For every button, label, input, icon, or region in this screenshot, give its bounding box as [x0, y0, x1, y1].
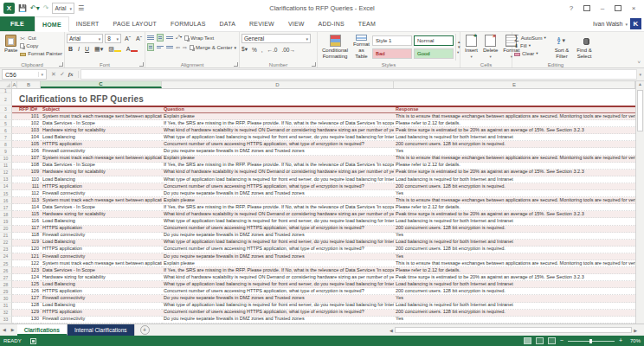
restore-icon[interactable]	[611, 3, 625, 15]
row-header-8[interactable]: 8	[0, 141, 12, 148]
undo-icon[interactable]: ↶▾	[30, 3, 40, 14]
cell-question[interactable]: If Yes, the SRS are missing in the RFP. …	[162, 120, 394, 127]
grow-font-icon[interactable]: Aˆ	[123, 35, 132, 43]
expand-formula-bar-icon[interactable]: ▾	[639, 72, 644, 77]
cell-rfp-id[interactable]: 103	[17, 127, 41, 134]
increase-decimal-icon[interactable]: ←.0	[267, 47, 277, 53]
cell-question[interactable]: Concurrent number of users accessing HTT…	[162, 226, 394, 233]
row-header-24[interactable]: 24	[0, 253, 12, 260]
row-header-30[interactable]: 30	[0, 295, 12, 302]
decrease-indent-icon[interactable]: ⇦	[176, 44, 180, 50]
cell-subject[interactable]: HTTPS application	[41, 310, 162, 317]
cell-subject[interactable]: Firewall connectivity	[41, 233, 162, 240]
ribbon-tab-home[interactable]: HOME	[35, 16, 69, 32]
cell-question[interactable]: What type of application load balancing …	[162, 134, 394, 141]
cell-subject[interactable]: Firewall connectivity	[41, 253, 162, 260]
cell-subject[interactable]: HTTPS application	[41, 247, 162, 253]
row-header-14[interactable]: 14	[0, 183, 12, 190]
table-header-rfp-id-[interactable]: RFP ID#	[12, 106, 41, 113]
row-header-9[interactable]: 9	[0, 148, 12, 155]
format-as-table-button[interactable]: Format as Table	[351, 34, 372, 61]
align-right-icon[interactable]	[166, 45, 173, 49]
horizontal-scroll-thumb[interactable]	[395, 327, 632, 333]
zoom-out-icon[interactable]: −	[560, 337, 564, 344]
cell-question[interactable]: What type of application load balancing …	[162, 303, 394, 310]
alignment-dialog-launcher-icon[interactable]	[234, 62, 238, 67]
enter-icon[interactable]: ✓	[60, 71, 65, 78]
cell-subject[interactable]: Data Services - In Scope	[41, 120, 162, 127]
column-header-E[interactable]: E	[394, 81, 635, 88]
row-header-13[interactable]: 13	[0, 176, 12, 183]
macro-record-icon[interactable]	[30, 338, 36, 344]
cell-subject[interactable]: HTTPS application	[41, 288, 162, 295]
row-header-15[interactable]: 15	[0, 190, 12, 197]
accounting-format-icon[interactable]: $▾	[242, 46, 248, 53]
row-header-16[interactable]: 16	[0, 197, 12, 204]
minimize-icon[interactable]: –	[596, 3, 609, 15]
cell-response[interactable]: Please refer to 2.12 for details.	[394, 267, 635, 274]
cell-style-style-1[interactable]: Style 1	[372, 35, 412, 46]
cell-rfp-id[interactable]: 112	[17, 190, 41, 197]
cut-button[interactable]: ✂Cut	[20, 35, 62, 42]
cell-question[interactable]: What kind of hardware scalability is req…	[162, 274, 394, 281]
cell-response[interactable]: 200 concurrent users. 128 bit encryption…	[394, 141, 635, 148]
cell-rfp-id[interactable]: 130	[17, 317, 41, 324]
new-sheet-button[interactable]: +	[140, 325, 150, 335]
cell-rfp-id[interactable]: 118	[17, 233, 41, 240]
cell-subject[interactable]: Load Balancing	[41, 240, 162, 247]
ribbon-tab-file[interactable]: FILE	[0, 16, 35, 31]
row-header-12[interactable]: 12	[0, 170, 12, 176]
sheet-tab-internal-clarifications[interactable]: Internal Clarifications	[68, 324, 135, 336]
cell-response[interactable]: 200 concurrent users. 128 bit encryption…	[394, 183, 635, 190]
cell-rfp-id[interactable]: 119	[17, 240, 41, 247]
format-painter-button[interactable]: Format Painter	[20, 50, 62, 57]
align-top-icon[interactable]	[147, 35, 154, 41]
bold-button[interactable]: B	[67, 45, 74, 54]
cell-rfp-id[interactable]: 102	[17, 120, 41, 127]
save-icon[interactable]: 💾	[18, 3, 27, 14]
align-bottom-icon[interactable]	[166, 35, 173, 40]
shrink-font-icon[interactable]: Aˇ	[134, 35, 144, 43]
sheet-nav-right-icon[interactable]: ▶	[9, 324, 17, 336]
row-header-5[interactable]: 5	[0, 120, 12, 127]
cell-rfp-id[interactable]: 101	[17, 113, 41, 120]
cell-style-bad[interactable]: Bad	[372, 48, 412, 59]
cell-question[interactable]: Do you require separate firewalls in DMZ…	[162, 148, 394, 155]
cell-response[interactable]: Load balancing is required for both Inte…	[394, 176, 635, 183]
align-left-icon[interactable]	[147, 43, 154, 51]
cell-rfp-id[interactable]: 115	[17, 211, 41, 218]
cell-subject[interactable]: Hardware sizing for scalability	[41, 211, 162, 218]
normal-view-icon[interactable]	[524, 337, 531, 344]
row-header-27[interactable]: 27	[0, 274, 12, 281]
font-name-dropdown[interactable]: Arial▾	[67, 34, 103, 43]
cell-response[interactable]: Peak time surge is estimated to be 20% a…	[394, 127, 635, 134]
cell-question[interactable]: Do you require separate firewalls in DMZ…	[162, 233, 394, 240]
cell-response[interactable]: Please refer to 2.12 for details.	[394, 204, 635, 211]
cell-rfp-id[interactable]: 126	[17, 288, 41, 295]
horizontal-scrollbar[interactable]: ◀ ▶	[390, 326, 637, 334]
delete-cells-button[interactable]: Delete▾	[480, 34, 500, 61]
cell-question[interactable]: If Yes, the SRS are missing in the RFP. …	[162, 163, 394, 170]
cell-question[interactable]: Explain please	[162, 197, 394, 204]
cell-rfp-id[interactable]: 122	[17, 260, 41, 267]
cell-question[interactable]: Do you require separate firewalls in DMZ…	[162, 295, 394, 302]
ribbon-display-options-icon[interactable]	[580, 3, 594, 15]
qat-extra-icon[interactable]: ☰	[78, 3, 84, 14]
cell-subject[interactable]: Data Services - In Scope	[41, 163, 162, 170]
number-format-dropdown[interactable]: General▾	[242, 34, 311, 43]
row-header-33[interactable]: 33	[0, 317, 12, 324]
cell-question[interactable]: Concurrent number of users accessing HTT…	[162, 247, 394, 253]
help-icon[interactable]: ?	[564, 3, 578, 15]
ribbon-tab-insert[interactable]: INSERT	[69, 16, 106, 31]
scroll-left-icon[interactable]: ◀	[390, 328, 393, 333]
cell-style-good[interactable]: Good	[414, 48, 454, 59]
cell-subject[interactable]: Data Services - In Scope	[41, 267, 162, 274]
ribbon-tab-view[interactable]: VIEW	[281, 16, 312, 31]
vertical-scroll-thumb[interactable]	[637, 90, 643, 131]
cell-response[interactable]: Yes	[394, 190, 635, 197]
align-center-icon[interactable]	[157, 45, 164, 49]
row-header-10[interactable]: 10	[0, 156, 12, 163]
redo-icon[interactable]: ↷	[43, 3, 49, 14]
cell-question[interactable]: What type of application load balancing …	[162, 218, 394, 225]
row-header-7[interactable]: 7	[0, 134, 12, 141]
